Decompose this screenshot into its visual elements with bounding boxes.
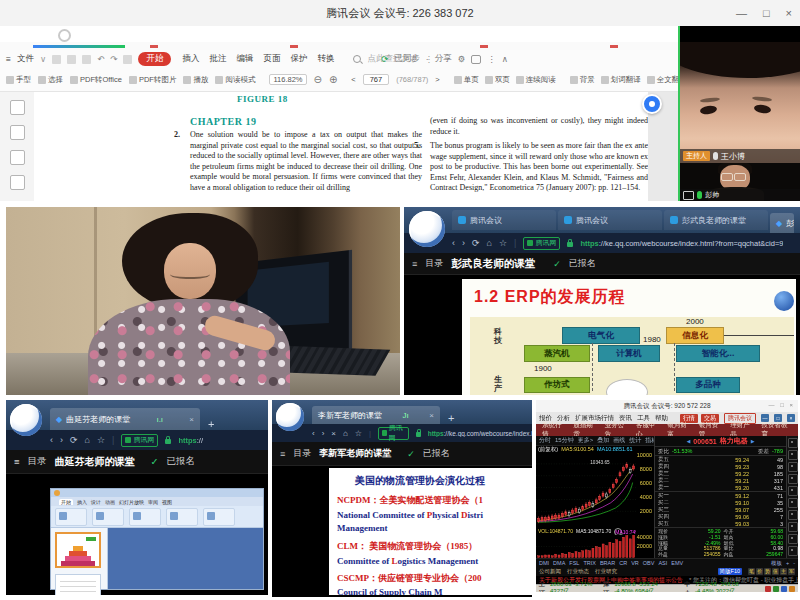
toolbar-button[interactable]: 手型 — [6, 75, 31, 85]
sell-row[interactable]: 卖二59.21317 — [655, 477, 786, 484]
toolbar-button[interactable]: 播放 — [183, 75, 208, 85]
zoom-out-button[interactable]: - — [793, 560, 795, 566]
indicator-tab[interactable]: ASI — [658, 560, 667, 566]
ribbon-group[interactable] — [92, 508, 124, 526]
side-tool-icon[interactable] — [788, 522, 798, 532]
ribbon-tab[interactable]: 页面 — [263, 53, 280, 65]
comment-icon[interactable] — [471, 55, 481, 64]
url-bar[interactable]: https://ke.qq.com/webcourse/index.html?f… — [580, 239, 783, 248]
sell-row[interactable]: 卖三59.22185 — [655, 470, 786, 477]
indicator-tab[interactable]: DMA — [553, 560, 565, 566]
browser-tab[interactable]: 腾讯会议 — [452, 210, 556, 230]
toolbar-button[interactable]: PDF转图片 — [129, 75, 177, 85]
next-page-icon[interactable]: > — [435, 75, 439, 84]
ppt-ribbon-tab[interactable]: 幻灯片放映 — [119, 499, 144, 505]
news-tab[interactable]: 公司新闻 — [539, 568, 561, 575]
ribbon-tab-start[interactable]: 开始 — [138, 52, 171, 66]
annotate-icon[interactable] — [10, 150, 25, 165]
side-tool-icon[interactable] — [788, 438, 798, 448]
save-icon[interactable] — [67, 55, 76, 64]
zoom-in-icon[interactable]: ⊕ — [329, 74, 337, 85]
toc-menu-icon[interactable]: ≡ — [14, 456, 20, 467]
file-menu[interactable]: 文件 — [17, 53, 34, 65]
ribbon-tab[interactable]: 编辑 — [236, 53, 253, 65]
buy-row[interactable]: 买五59.033 — [655, 520, 786, 527]
index-quote[interactable]: 深证10988.8 -553.24 -4.80% 6984亿 — [603, 580, 678, 593]
index-quote[interactable]: 中小7258.48 -348.08 -4.48% 3022亿 — [684, 580, 759, 593]
back-icon[interactable]: ‹ — [50, 435, 53, 445]
minimize-icon[interactable]: — — [736, 7, 747, 19]
site-cert-badge[interactable]: 腾讯网 — [523, 237, 560, 250]
slide-thumbnail-next[interactable] — [55, 574, 101, 595]
sell-row[interactable]: 卖一59.20431 — [655, 484, 786, 491]
toc-menu-icon[interactable]: ≡ — [280, 449, 285, 459]
print-icon[interactable] — [82, 55, 91, 64]
back-icon[interactable]: ‹ — [452, 238, 455, 248]
sync-status[interactable]: 已同步 — [394, 53, 420, 65]
toolbar-button[interactable]: 阅读模式 — [215, 75, 255, 85]
export-icon[interactable] — [10, 175, 25, 190]
sell-row[interactable]: 卖五59.2449 — [655, 456, 786, 463]
toc-label[interactable]: 目录 — [425, 257, 443, 270]
next-stock-icon[interactable]: ▶ — [751, 438, 755, 444]
bookmark-icon[interactable]: ☆ — [499, 238, 507, 248]
browser-logo[interactable] — [409, 211, 445, 247]
status-icon[interactable] — [789, 586, 795, 592]
browser-tab[interactable]: 彭武良老师的课堂 — [664, 210, 768, 230]
quick-button[interactable]: 军 — [788, 568, 795, 575]
forward-icon[interactable]: › — [322, 429, 325, 438]
sell-row[interactable]: 卖四59.2398 — [655, 463, 786, 470]
thumbnails-icon[interactable] — [10, 100, 25, 115]
new-tab-icon[interactable]: + — [208, 418, 214, 430]
reload-icon[interactable]: ⟳ — [70, 435, 78, 445]
images-icon[interactable] — [10, 125, 25, 140]
quick-button[interactable]: 价 — [756, 568, 763, 575]
zoom-out-icon[interactable]: ⊖ — [314, 74, 322, 85]
buy-row[interactable]: 买四59.067 — [655, 513, 786, 520]
chart-tool[interactable]: 指标 — [645, 436, 654, 445]
new-tab-icon[interactable]: + — [448, 412, 454, 424]
stamp-icon[interactable] — [123, 55, 132, 64]
undo-icon[interactable]: ↶ — [97, 54, 104, 64]
side-tool-icon[interactable] — [788, 474, 798, 484]
reload-icon[interactable]: ⟳ — [472, 238, 480, 248]
indicator-tab[interactable]: OBV — [643, 560, 655, 566]
tab-close-icon[interactable]: × — [429, 411, 434, 420]
status-icon[interactable] — [773, 586, 779, 592]
status-icon[interactable] — [765, 586, 771, 592]
indicator-tab[interactable]: DMI — [539, 560, 549, 566]
folder-icon[interactable] — [52, 55, 61, 64]
chart-tool[interactable]: 更多> — [578, 436, 594, 445]
quick-button[interactable]: 势 — [764, 568, 771, 575]
side-tool-icon[interactable] — [788, 510, 798, 520]
ppt-ribbon-tab[interactable]: 插入 — [77, 499, 87, 505]
news-tab[interactable]: 行业动态 — [567, 568, 589, 575]
redo-icon[interactable]: ↷ — [110, 54, 117, 64]
indicator-tab[interactable]: CR — [619, 560, 627, 566]
ribbon-tab[interactable]: 转换 — [317, 53, 334, 65]
chart-tool[interactable]: 叠加 — [597, 436, 609, 445]
ppt-ribbon-tab[interactable]: 动画 — [105, 499, 115, 505]
office-orb-icon[interactable] — [54, 490, 60, 496]
wps-assistant-icon[interactable] — [642, 94, 662, 114]
ribbon-tab[interactable]: 插入 — [182, 53, 199, 65]
side-tool-icon[interactable] — [788, 450, 798, 460]
bookmark-icon[interactable]: ☆ — [355, 429, 362, 438]
chart-tool[interactable]: 分时 — [539, 436, 551, 445]
doc-tab-icon[interactable] — [290, 45, 298, 48]
prev-stock-icon[interactable]: ◀ — [686, 438, 690, 444]
browser-tab-active[interactable]: ◆ 彭武良老师的课堂 ı.ı × — [770, 213, 794, 233]
indicator-tab[interactable]: EMV — [671, 560, 683, 566]
maximize-icon[interactable]: □ — [763, 7, 770, 19]
forward-icon[interactable]: › — [60, 435, 63, 445]
ribbon-group[interactable] — [203, 508, 235, 526]
home-icon[interactable]: ⌂ — [487, 238, 492, 248]
tab-close-icon[interactable]: × — [189, 415, 194, 424]
buy-row[interactable]: 买三59.07255 — [655, 506, 786, 513]
share-button[interactable]: 分享 — [435, 53, 452, 65]
chart-tool[interactable]: 统计 — [629, 436, 641, 445]
toc-label[interactable]: 目录 — [293, 447, 311, 460]
home-icon[interactable]: ⌂ — [343, 429, 348, 438]
f10-button[interactable]: 简版F10 — [718, 568, 742, 575]
ppt-ribbon-tab[interactable]: 设计 — [91, 499, 101, 505]
